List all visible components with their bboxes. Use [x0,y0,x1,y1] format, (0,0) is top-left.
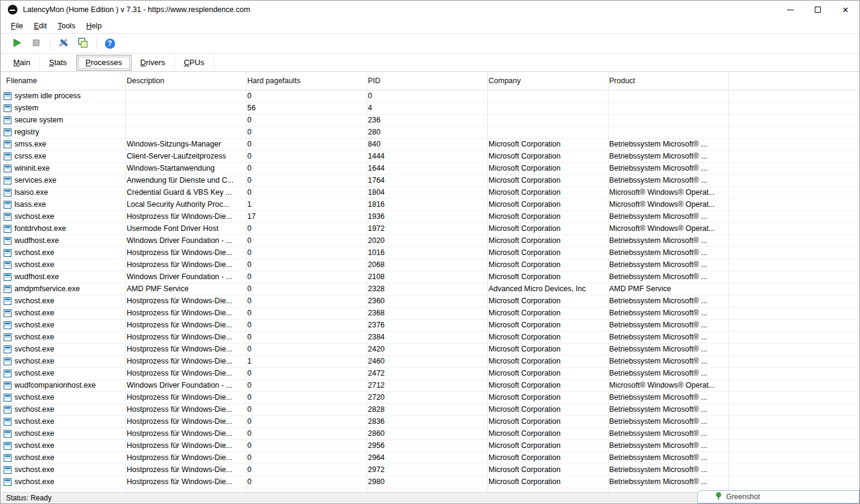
column-header-pid[interactable]: PID [363,77,484,85]
table-cell: Betriebssystem Microsoft® ... [604,416,725,427]
table-cell: 2368 [363,307,484,319]
table-cell: wudfhost.exe [1,235,122,247]
help-button[interactable]: ? [102,36,118,51]
table-cell: Microsoft Corporation [484,139,604,150]
stop-icon [31,38,41,49]
table-row[interactable]: svchost.exeHostprozess für Windows-Die..… [1,295,859,307]
menu-help[interactable]: Help [81,20,107,32]
table-row[interactable]: svchost.exeHostprozess für Windows-Die..… [1,476,859,488]
table-row[interactable]: lsaiso.exeCredential Guard & VBS Key ...… [1,187,859,199]
table-row[interactable]: system idle process00 [1,90,859,102]
table-row[interactable]: csrss.exeClient-Server-Laufzeitprozess01… [1,151,859,163]
table-cell: 2980 [363,476,484,488]
table-row[interactable]: registry0280 [1,127,859,139]
table-row[interactable]: svchost.exeHostprozess für Windows-Die..… [1,404,859,416]
menu-edit[interactable]: Edit [28,20,52,32]
column-header-description[interactable]: Description [122,77,242,85]
table-cell: 2360 [363,295,484,307]
process-icon [4,406,11,414]
table-cell: 2108 [363,271,484,283]
table-cell: 2472 [363,368,484,379]
table-row[interactable]: svchost.exeHostprozess für Windows-Die..… [1,464,859,476]
table-row[interactable]: svchost.exeHostprozess für Windows-Die..… [1,356,859,368]
greenshot-popup[interactable]: Greenshot [697,490,859,503]
table-cell: Microsoft Corporation [484,175,604,186]
menu-tools[interactable]: Tools [52,20,81,32]
table-row[interactable]: smss.exeWindows-Sitzungs-Manager0840Micr… [1,139,859,151]
close-button[interactable]: ✕ [832,1,859,19]
table-cell: Hostprozess für Windows-Die... [122,428,242,439]
table-cell: Microsoft Corporation [484,344,604,355]
start-monitor-button[interactable] [9,36,25,51]
tab-cpus[interactable]: CPUs [175,55,214,71]
table-cell: Microsoft Corporation [484,187,604,198]
table-row[interactable]: system564 [1,102,859,115]
table-cell: amdpmfservice.exe [1,283,122,295]
table-cell: Microsoft Corporation [484,163,604,174]
maximize-button[interactable] [804,1,832,19]
table-cell: Microsoft Corporation [484,211,604,222]
table-row[interactable]: secure system0236 [1,115,859,127]
table-row[interactable]: wudfcompanionhost.exeWindows Driver Foun… [1,380,859,392]
table-cell: AMD PMF Service [604,283,725,295]
table-row[interactable]: wudfhost.exeWindows Driver Foundation - … [1,271,859,283]
table-row[interactable]: svchost.exeHostprozess für Windows-Die..… [1,368,859,380]
table-row[interactable]: wudfhost.exeWindows Driver Foundation - … [1,235,859,247]
table-row[interactable]: svchost.exeHostprozess für Windows-Die..… [1,247,859,259]
table-cell: svchost.exe [1,428,122,439]
table-cell: smss.exe [1,139,122,150]
table-cell: 0 [242,259,363,271]
tools-button[interactable] [55,36,71,51]
table-row[interactable]: svchost.exeHostprozess für Windows-Die..… [1,452,859,464]
table-row[interactable]: fontdrvhost.exeUsermode Font Driver Host… [1,223,859,235]
tab-main[interactable]: Main [4,55,40,71]
table-row[interactable]: svchost.exeHostprozess für Windows-Die..… [1,392,859,404]
process-filename: svchost.exe [14,368,54,379]
table-cell: 2720 [363,392,484,403]
table-row[interactable]: wininit.exeWindows-Startanwendung01644Mi… [1,163,859,175]
table-row[interactable]: svchost.exeHostprozess für Windows-Die..… [1,320,859,332]
table-cell: Hostprozess für Windows-Die... [122,295,242,307]
table-row[interactable]: svchost.exeHostprozess für Windows-Die..… [1,307,859,320]
column-header-product[interactable]: Product [604,77,725,85]
table-row[interactable]: services.exeAnwendung für Dienste und C.… [1,175,859,187]
table-row[interactable]: svchost.exeHostprozess für Windows-Die..… [1,211,859,223]
table-cell: wudfcompanionhost.exe [1,380,122,391]
table-cell: Microsoft® Windows® Operat... [604,199,725,210]
table-cell: fontdrvhost.exe [1,223,122,235]
table-cell: Hostprozess für Windows-Die... [122,476,242,488]
process-filename: wininit.exe [14,163,49,174]
stop-monitor-button[interactable] [28,36,44,51]
minimize-button[interactable] [776,1,804,19]
table-cell: Betriebssystem Microsoft® ... [604,404,725,415]
tab-processes[interactable]: Processes [77,55,131,71]
table-row[interactable]: svchost.exeHostprozess für Windows-Die..… [1,332,859,344]
tab-drivers[interactable]: Drivers [131,55,175,71]
process-icon [4,478,11,486]
table-cell: 0 [242,115,363,126]
table-row[interactable]: svchost.exeHostprozess für Windows-Die..… [1,344,859,356]
table-cell: 0 [242,223,363,235]
table-row[interactable]: svchost.exeHostprozess für Windows-Die..… [1,428,859,440]
column-header-filename[interactable]: Filename [1,77,122,85]
table-row[interactable]: svchost.exeHostprozess für Windows-Die..… [1,440,859,452]
column-header-hard-pagefaults[interactable]: Hard pagefaults [242,77,363,85]
table-cell: 2860 [363,428,484,439]
copy-report-button[interactable] [75,36,90,51]
table-cell: Microsoft Corporation [484,380,604,391]
tab-stats[interactable]: Stats [40,55,77,71]
table-cell: Windows-Startanwendung [122,163,242,174]
table-cell: Betriebssystem Microsoft® ... [604,307,725,319]
table-row[interactable]: svchost.exeHostprozess für Windows-Die..… [1,259,859,271]
table-row[interactable]: svchost.exeHostprozess für Windows-Die..… [1,416,859,428]
table-cell: 2384 [363,332,484,343]
menu-file[interactable]: File [5,20,28,32]
process-table: Filename Description Hard pagefaults PID… [1,71,859,492]
table-row[interactable]: amdpmfservice.exeAMD PMF Service02328Adv… [1,283,859,295]
table-cell: 4 [363,102,484,114]
table-row[interactable]: lsass.exeLocal Security Authority Proc..… [1,199,859,211]
table-cell: 1 [242,199,363,210]
column-header-company[interactable]: Company [484,77,604,85]
process-icon [4,309,11,317]
menu-bar: File Edit Tools Help [1,19,859,34]
